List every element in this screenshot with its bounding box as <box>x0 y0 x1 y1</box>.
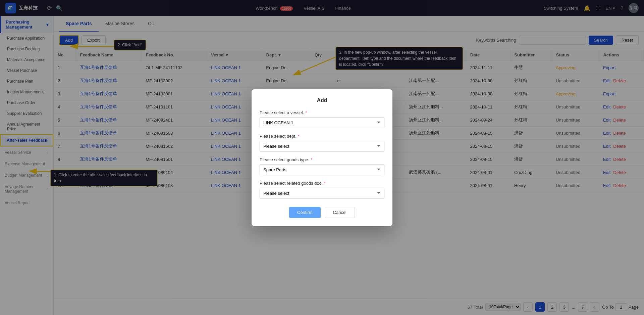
dept-label: Please select dept. * <box>260 134 384 139</box>
vessel-form-item: Please select a vessel. * LINK OCEAN 1 <box>260 110 384 128</box>
goods-type-label: Please select goods type. * <box>260 157 384 162</box>
dept-required: * <box>298 134 300 139</box>
goods-doc-form-item: Please select related goods doc. * Pleas… <box>260 181 384 199</box>
goods-type-form-item: Please select goods type. * Spare Parts <box>260 157 384 175</box>
goods-type-select[interactable]: Spare Parts <box>260 164 384 175</box>
goods-type-required: * <box>311 157 312 162</box>
vessel-required: * <box>305 110 307 115</box>
modal-title: Add <box>260 97 384 103</box>
modal-overlay: Add Please select a vessel. * LINK OCEAN… <box>0 0 644 315</box>
vessel-label: Please select a vessel. * <box>260 110 384 115</box>
add-modal: Add Please select a vessel. * LINK OCEAN… <box>252 89 392 226</box>
cancel-button[interactable]: Cancel <box>325 207 355 218</box>
confirm-button[interactable]: Confirm <box>289 207 321 218</box>
goods-doc-select[interactable]: Please select <box>260 188 384 199</box>
goods-doc-label: Please select related goods doc. * <box>260 181 384 186</box>
goods-doc-required: * <box>324 181 326 186</box>
modal-actions: Confirm Cancel <box>260 207 384 218</box>
dept-form-item: Please select dept. * Please select <box>260 134 384 152</box>
dept-select[interactable]: Please select <box>260 141 384 152</box>
vessel-select[interactable]: LINK OCEAN 1 <box>260 117 384 128</box>
